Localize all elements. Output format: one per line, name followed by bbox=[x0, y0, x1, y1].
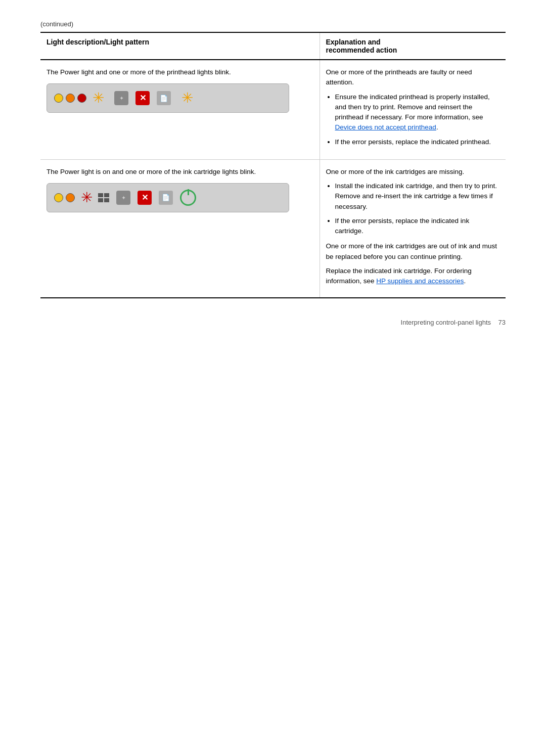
printhead-blink-right-icon: ✳ bbox=[178, 89, 196, 107]
nav-icon-2: ✦ bbox=[116, 191, 130, 205]
row2-para3: Replace the indicated ink cartridge. For… bbox=[326, 266, 500, 287]
light-red bbox=[77, 94, 86, 103]
row2-explanation: One or more of the ink cartridges are mi… bbox=[320, 159, 506, 298]
ink-block bbox=[98, 198, 103, 202]
printhead-blink-icon: ✳ bbox=[89, 89, 107, 107]
row1-bullet1: Ensure the indicated printhead is proper… bbox=[335, 92, 500, 133]
row2-para1: One or more of the ink cartridges are mi… bbox=[326, 167, 500, 177]
cartridge-blink-icon: ✳ bbox=[77, 189, 96, 207]
doc-icon: 📄 bbox=[157, 91, 171, 105]
panel-lights: ✳ bbox=[54, 89, 107, 107]
hp-supplies-link[interactable]: HP supplies and accessories bbox=[376, 277, 464, 285]
col1-header: Light description/Light pattern bbox=[40, 32, 320, 60]
ink-row-top bbox=[98, 193, 109, 197]
panel-lights-2: ✳ bbox=[54, 189, 109, 207]
page-footer: Interpreting control-panel lights 73 bbox=[40, 319, 506, 326]
table-row: The Power light and one or more of the p… bbox=[40, 60, 506, 159]
row1-bullets: Ensure the indicated printhead is proper… bbox=[335, 92, 500, 147]
row1-bullet2: If the error persists, replace the indic… bbox=[335, 137, 500, 147]
row1-para1: One or more of the printheads are faulty… bbox=[326, 67, 500, 88]
footer-center: Interpreting control-panel lights 73 bbox=[401, 319, 506, 326]
ink-block bbox=[98, 193, 103, 197]
row2-light-description: The Power light is on and one or more of… bbox=[40, 159, 320, 298]
row2-bullet2: If the error persists, replace the indic… bbox=[335, 216, 500, 237]
light-orange bbox=[66, 94, 75, 103]
power-on-icon bbox=[180, 190, 196, 206]
device-not-accept-link[interactable]: Device does not accept printhead bbox=[335, 123, 436, 131]
ink-block bbox=[104, 198, 109, 202]
row1-explanation: One or more of the printheads are faulty… bbox=[320, 60, 506, 159]
panel-illustration-printhead: ✳ ✦ ✕ 📄 ✳ bbox=[47, 83, 289, 113]
doc-icon-2: 📄 bbox=[159, 191, 173, 205]
x-icon-2: ✕ bbox=[138, 191, 152, 205]
light-orange-2 bbox=[66, 193, 75, 202]
light-yellow-2 bbox=[54, 193, 63, 202]
row2-description-text: The Power light is on and one or more of… bbox=[47, 167, 313, 177]
ink-row-bottom bbox=[98, 198, 109, 202]
main-table: Light description/Light pattern Explanat… bbox=[40, 32, 506, 298]
light-yellow bbox=[54, 94, 63, 103]
ink-levels bbox=[98, 193, 109, 202]
row1-description-text: The Power light and one or more of the p… bbox=[47, 67, 313, 77]
ink-block bbox=[104, 193, 109, 197]
row1-light-description: The Power light and one or more of the p… bbox=[40, 60, 320, 159]
row2-bullet1: Install the indicated ink cartridge, and… bbox=[335, 181, 500, 212]
continued-label: (continued) bbox=[40, 20, 506, 28]
row2-para2: One or more of the ink cartridges are ou… bbox=[326, 241, 500, 262]
row2-bullets: Install the indicated ink cartridge, and… bbox=[335, 181, 500, 236]
nav-icon: ✦ bbox=[114, 91, 128, 105]
x-icon: ✕ bbox=[135, 91, 150, 105]
table-row: The Power light is on and one or more of… bbox=[40, 159, 506, 298]
panel-illustration-cartridge: ✳ bbox=[47, 183, 289, 212]
col2-header: Explanation andrecommended action bbox=[320, 32, 506, 60]
